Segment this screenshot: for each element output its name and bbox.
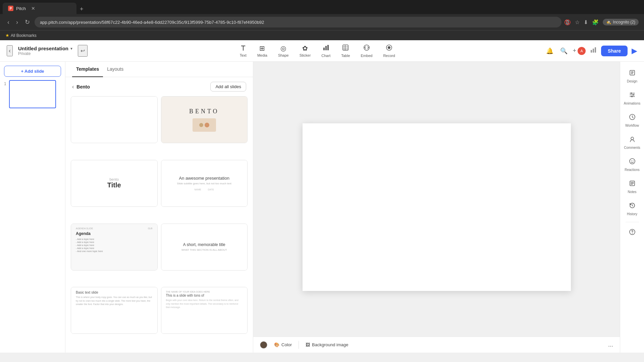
tab-close-icon[interactable]: ✕ xyxy=(31,6,35,11)
refresh-button[interactable]: ↻ xyxy=(23,17,32,27)
sidebar-item-animations[interactable]: Animations xyxy=(622,88,642,109)
agenda-item-4: - And one more topic here xyxy=(76,250,153,252)
browser-tab-bar: P Pitch ✕ + xyxy=(0,0,644,14)
agenda-label: AGENDA SLIDE xyxy=(76,227,93,230)
awesome-card-sub: Slide subtitle goes here, but not too mu… xyxy=(177,182,231,185)
toolbar-item-media[interactable]: ⊞ Media xyxy=(253,42,272,59)
notifications-icon[interactable]: 🔔 xyxy=(545,46,555,56)
sidebar-item-workflow[interactable]: Workflow xyxy=(622,110,642,131)
sidebar-item-comments[interactable]: Comments xyxy=(622,132,642,153)
template-pack-name: Bento xyxy=(76,84,90,89)
color-swatch[interactable] xyxy=(260,341,267,349)
background-image-btn[interactable]: 🖼 Background image xyxy=(303,341,351,349)
template-card-short[interactable]: A short, memorable title WHAT THIS SECTI… xyxy=(161,224,248,270)
svg-rect-12 xyxy=(595,47,596,53)
search-icon[interactable]: 🔍 xyxy=(559,46,569,56)
toolbar-item-embed[interactable]: Embed xyxy=(356,42,377,60)
chart-label: Chart xyxy=(321,54,330,58)
tab-title: Pitch xyxy=(16,6,26,11)
presentation-subtitle: Private xyxy=(18,51,72,56)
awesome-footer-2: DATE xyxy=(208,188,214,191)
template-tabs: Templates Layouts xyxy=(65,62,253,77)
back-to-home-button[interactable]: ‹ xyxy=(7,45,13,56)
svg-point-20 xyxy=(631,161,632,161)
browser-toolbar: ‹ › ↻ 📵 ☆ ⬇ 🧩 🕵 Incognito (2) xyxy=(0,14,644,30)
plus-icon: + xyxy=(573,47,577,54)
sidebar-item-reactions[interactable]: Reactions xyxy=(622,154,642,175)
avatar-icon: A xyxy=(578,47,586,55)
presentation-name: Untitled presentation xyxy=(18,46,68,51)
slide-canvas[interactable] xyxy=(303,123,571,291)
template-back-icon[interactable]: ‹ xyxy=(72,84,74,90)
svg-rect-10 xyxy=(591,50,592,53)
download-icon[interactable]: ⬇ xyxy=(584,19,588,25)
incognito-label: Incognito (2) xyxy=(613,20,635,24)
awesome-footer-1: NAME xyxy=(195,188,201,191)
toolbar-right: 🔔 🔍 + A Share ▶ xyxy=(545,46,637,56)
template-card-agenda[interactable]: AGENDA SLIDE 01/6 Agenda - Add a topic h… xyxy=(71,224,158,270)
title-card-main: Title xyxy=(107,181,121,189)
add-all-slides-button[interactable]: Add all slides xyxy=(210,82,246,92)
sidebar-item-notes[interactable]: Notes xyxy=(622,176,642,197)
analytics-icon[interactable] xyxy=(590,46,597,55)
tab-layouts[interactable]: Layouts xyxy=(103,62,127,77)
bookmark-star-icon[interactable]: ☆ xyxy=(575,19,580,25)
canvas-area: 🎨 Color 🖼 Background image ... xyxy=(253,62,620,353)
svg-rect-11 xyxy=(593,49,594,53)
browser-chrome: P Pitch ✕ + ‹ › ↻ 📵 ☆ ⬇ 🧩 🕵 Incognito (2… xyxy=(0,0,644,40)
template-card-tons[interactable]: THE NAME OF YOUR IDEA GOES HERE This is … xyxy=(161,287,248,334)
bookmark-item: ★ All Bookmarks xyxy=(5,33,37,38)
add-slide-button[interactable]: + Add slide xyxy=(4,66,61,77)
agenda-num: 01/6 xyxy=(148,227,153,230)
table-icon xyxy=(342,44,349,53)
svg-point-24 xyxy=(632,233,633,234)
toolbar-item-sticker[interactable]: ✿ Sticker xyxy=(295,42,316,59)
extensions-icon[interactable]: 🧩 xyxy=(592,19,599,25)
color-label[interactable]: 🎨 Color xyxy=(271,341,294,349)
presentation-dropdown-icon[interactable]: ▾ xyxy=(70,46,72,51)
forward-button[interactable]: › xyxy=(14,17,20,27)
toolbar-item-text[interactable]: 𝖳 Text xyxy=(235,42,251,59)
toolbar-item-table[interactable]: Table xyxy=(336,42,355,60)
play-button[interactable]: ▶ xyxy=(632,47,637,55)
undo-button[interactable]: ↩ xyxy=(78,45,88,57)
back-button[interactable]: ‹ xyxy=(5,17,11,27)
toolbar-item-shape[interactable]: ◎ Shape xyxy=(273,42,293,59)
new-tab-button[interactable]: + xyxy=(76,4,87,14)
comments-label: Comments xyxy=(624,146,640,149)
share-button[interactable]: Share xyxy=(601,46,628,56)
svg-rect-3 xyxy=(343,45,348,50)
sidebar-item-history[interactable]: History xyxy=(622,198,642,219)
embed-icon xyxy=(363,44,370,53)
tab-templates[interactable]: Templates xyxy=(72,62,103,77)
basic-text-body: This is where your body copy goes. You c… xyxy=(76,296,153,306)
help-icon xyxy=(629,228,636,237)
app-container: ‹ Untitled presentation ▾ Private ↩ 𝖳 Te… xyxy=(0,40,644,353)
template-card-awesome[interactable]: An awesome presentation Slide subtitle g… xyxy=(161,160,248,207)
app-header: ‹ Untitled presentation ▾ Private ↩ 𝖳 Te… xyxy=(0,40,644,62)
sticker-label: Sticker xyxy=(300,53,311,57)
template-card-bento[interactable]: BENTO xyxy=(161,96,248,143)
tons-body: Begin with your core idea here. Return t… xyxy=(166,299,243,309)
slide-thumbnail[interactable] xyxy=(9,80,56,108)
address-bar[interactable] xyxy=(35,17,561,27)
template-card-basic-text[interactable]: Basic text slide This is where your body… xyxy=(71,287,158,334)
sidebar-item-help[interactable] xyxy=(622,225,642,241)
toolbar-item-chart[interactable]: Chart xyxy=(317,42,335,60)
toolbar-item-record[interactable]: Record xyxy=(378,42,399,60)
svg-point-15 xyxy=(633,94,634,96)
media-label: Media xyxy=(257,53,267,57)
notes-icon xyxy=(629,180,636,189)
tons-top: THE NAME OF YOUR IDEA GOES HERE xyxy=(166,291,243,293)
reactions-label: Reactions xyxy=(625,168,639,172)
design-icon xyxy=(629,69,636,78)
slide-number: 1 xyxy=(4,80,6,86)
more-options-btn[interactable]: ... xyxy=(608,341,613,348)
svg-point-19 xyxy=(630,159,635,164)
browser-tab: P Pitch ✕ xyxy=(3,3,76,14)
shape-icon: ◎ xyxy=(280,44,286,52)
add-btn[interactable]: + A xyxy=(573,47,586,55)
template-card-blank[interactable] xyxy=(71,96,158,143)
sidebar-item-design[interactable]: Design xyxy=(622,66,642,86)
template-card-title[interactable]: bento Title xyxy=(71,160,158,207)
